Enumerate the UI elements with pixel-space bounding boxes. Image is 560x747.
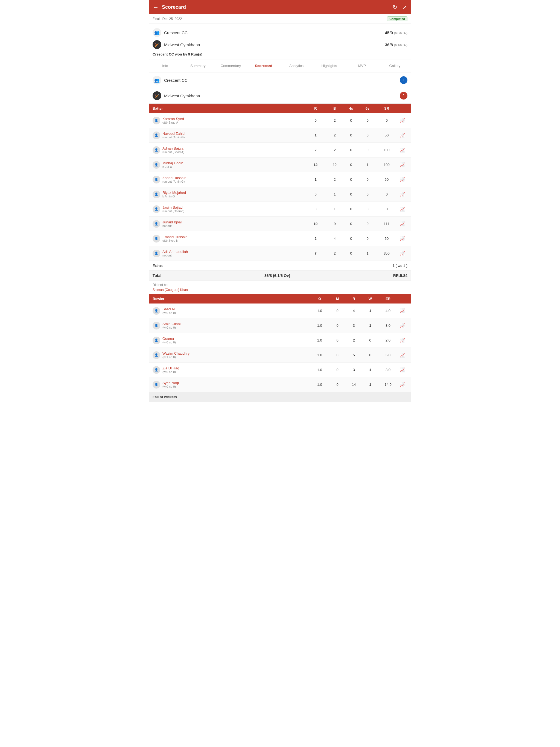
player-name[interactable]: Naveed Zahid (162, 131, 184, 136)
player-name[interactable]: Riyaz Mujahed (162, 190, 186, 195)
tab-gallery[interactable]: Gallery (378, 60, 411, 72)
player-avatar: 👤 (153, 131, 160, 139)
sr-val: 0 (376, 207, 398, 211)
player-avatar: 👤 (153, 176, 160, 183)
maidens-val: 0 (329, 383, 346, 387)
tab-highlights[interactable]: Highlights (313, 60, 346, 72)
innings1-row[interactable]: 👥 Crescent CC › (149, 73, 411, 88)
player-name[interactable]: Amin Gilani (162, 322, 180, 326)
tab-analytics[interactable]: Analytics (280, 60, 313, 72)
player-avatar: 👤 (153, 250, 160, 257)
sixes-val: 0 (359, 192, 376, 196)
table-row: 👤 Junaid Iqbal not out 10 9 0 0 111 📈 (149, 216, 411, 231)
runs-val: 12 (305, 163, 327, 167)
team1-avatar: 👥 (153, 28, 161, 37)
chart-icon[interactable]: 📈 (398, 338, 407, 343)
runs-val: 14 (346, 383, 362, 387)
balls-val: 4 (327, 236, 343, 241)
chart-icon[interactable]: 📈 (398, 133, 407, 138)
chart-icon[interactable]: 📈 (398, 147, 407, 153)
player-avatar: 👤 (153, 117, 160, 124)
player-cell: 👤 Minhaj Uddin b Zia U (153, 161, 305, 169)
chart-icon[interactable]: 📈 (398, 353, 407, 358)
player-name[interactable]: Osama (162, 337, 176, 341)
innings1-expand-icon[interactable]: › (400, 76, 407, 84)
team2-score: 36/8 (6.1/6 Ov) (385, 42, 407, 47)
table-row: 👤 Zohad Hussain run out (Amin G) 1 2 0 0… (149, 172, 411, 187)
player-avatar: 👤 (153, 220, 160, 228)
chart-icon[interactable]: 📈 (398, 323, 407, 328)
tab-scorecard[interactable]: Scorecard (247, 60, 280, 73)
chart-icon[interactable]: 📈 (398, 382, 407, 387)
runs-val: 1 (305, 133, 327, 137)
player-name[interactable]: Adil Ahmadullah (162, 250, 188, 254)
player-cell: 👤 Syed Naqi (w 0 nb 0) (153, 381, 310, 389)
player-avatar: 👤 (153, 161, 160, 169)
tab-info[interactable]: Info (149, 60, 182, 72)
overs-val: 1.0 (310, 309, 329, 313)
player-name[interactable]: Kamran Syed (162, 117, 184, 121)
wickets-val: 1 (362, 324, 378, 328)
col-chart (398, 106, 407, 110)
maidens-val: 0 (329, 368, 346, 372)
player-cell: 👤 Amin Gilani (w 0 nb 0) (153, 322, 310, 330)
chart-icon[interactable]: 📈 (398, 162, 407, 168)
runs-val: 3 (346, 324, 362, 328)
fours-val: 0 (343, 192, 359, 196)
player-name[interactable]: Junaid Iqbal (162, 220, 182, 224)
wickets-val: 0 (362, 353, 378, 357)
sr-val: 50 (376, 236, 398, 241)
chart-icon[interactable]: 📈 (398, 206, 407, 212)
chart-icon[interactable]: 📈 (398, 251, 407, 256)
innings2-row[interactable]: 🏏 Midwest Gymkhana ⌃ (149, 88, 411, 104)
player-name[interactable]: Syed Naqi (162, 381, 179, 385)
refresh-icon[interactable]: ↻ (393, 4, 397, 10)
player-avatar: 👤 (153, 205, 160, 213)
player-cell: 👤 Adil Ahmadullah not out (153, 250, 305, 257)
col-runs: R (305, 106, 327, 110)
maidens-val: 0 (329, 324, 346, 328)
table-row: 👤 Wasim Chaudhry (w 1 nb 0) 1.0 0 5 0 5.… (149, 348, 411, 363)
chart-icon[interactable]: 📈 (398, 192, 407, 197)
run-rate: RR:5.84 (393, 274, 407, 278)
player-detail: b Amin G (162, 195, 186, 198)
player-name[interactable]: Adnan Bajwa (162, 146, 184, 150)
chart-icon[interactable]: 📈 (398, 367, 407, 372)
share-icon[interactable]: ↗ (402, 4, 407, 10)
innings1-name: Crescent CC (164, 78, 187, 83)
balls-val: 2 (327, 251, 343, 255)
sixes-val: 0 (359, 236, 376, 241)
innings2-collapse-icon[interactable]: ⌃ (400, 92, 407, 100)
dnb-players[interactable]: Salman (Cougars) Khan (153, 288, 407, 292)
runs-val: 2 (305, 236, 327, 241)
player-name[interactable]: Wasim Chaudhry (162, 351, 189, 356)
chart-icon[interactable]: 📈 (398, 236, 407, 241)
player-cell: 👤 Adnan Bajwa run out (Saad A) (153, 146, 305, 154)
runs-val: 0 (305, 207, 327, 211)
chart-icon[interactable]: 📈 (398, 308, 407, 313)
player-name[interactable]: Jasim Sajjad (162, 205, 184, 209)
total-value: 36/8 (6.1/6 Ov) (264, 274, 290, 278)
balls-val: 1 (327, 192, 343, 196)
player-name[interactable]: Minhaj Uddin (162, 161, 183, 165)
sr-val: 50 (376, 133, 398, 137)
sixes-val: 0 (359, 177, 376, 182)
tab-commentary[interactable]: Commentary (214, 60, 247, 72)
chart-icon[interactable]: 📈 (398, 221, 407, 226)
player-name[interactable]: Zia Ul Haq (162, 366, 179, 370)
sr-val: 50 (376, 177, 398, 182)
back-button[interactable]: ← (153, 4, 159, 10)
player-detail: (w 1 nb 0) (162, 356, 189, 359)
player-name[interactable]: Zohad Hussain (162, 176, 186, 180)
chart-icon[interactable]: 📈 (398, 118, 407, 123)
player-name[interactable]: Emaad Hussain (162, 235, 187, 239)
tab-mvp[interactable]: MVP (346, 60, 378, 72)
player-name[interactable]: Saad Ali (162, 307, 176, 311)
teams-section: 👥 Crescent CC 45/0 (6.0/6 Ov) 🏏 Midwest … (149, 24, 411, 60)
maidens-val: 0 (329, 338, 346, 342)
balls-val: 1 (327, 207, 343, 211)
chart-icon[interactable]: 📈 (398, 177, 407, 182)
tab-summary[interactable]: Summary (182, 60, 214, 72)
runs-val: 1 (305, 177, 327, 182)
col-batter: Batter (153, 106, 305, 110)
